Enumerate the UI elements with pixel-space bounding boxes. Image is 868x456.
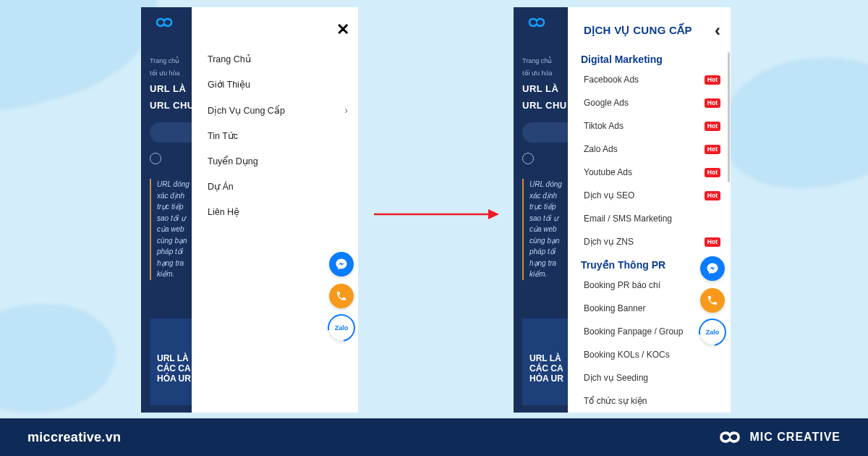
main-menu-list: Trang ChủGiới ThiệuDịch Vụ Cung Cấp›Tin … — [192, 46, 358, 224]
menu-item-label: Tin Tức — [208, 130, 238, 141]
hot-badge: Hot — [705, 122, 720, 131]
service-item-label: Booking PR báo chí — [584, 280, 660, 290]
service-item-label: Booking Fanpage / Group — [584, 326, 683, 337]
service-item-label: Email / SMS Marketing — [584, 214, 672, 224]
main-menu-item[interactable]: Dự Án — [208, 174, 358, 199]
chevron-right-icon: › — [344, 104, 348, 116]
messenger-icon — [706, 262, 719, 275]
brand-logo-icon — [150, 13, 179, 32]
service-item-label: Dịch vụ ZNS — [584, 237, 634, 247]
service-item-label: Tiktok Ads — [584, 121, 624, 131]
phone-icon — [336, 290, 347, 302]
avatar-icon — [522, 153, 534, 164]
phone-main-menu: Trang chủ tối ưu hóa URL LÀ URL CHU URL … — [141, 7, 358, 413]
service-item[interactable]: Tổ chức sự kiện — [581, 389, 720, 413]
menu-item-label: Giới Thiệu — [208, 79, 250, 90]
brand-logo-icon — [522, 13, 551, 32]
zalo-button[interactable]: Zalo — [329, 316, 354, 340]
main-menu-item[interactable]: Tuyển Dụng — [208, 148, 358, 174]
close-icon[interactable]: ✕ — [336, 20, 349, 39]
service-item[interactable]: Youtube AdsHot — [581, 161, 720, 184]
footer-brand: MIC CREATIVE — [717, 428, 841, 447]
hot-badge: Hot — [705, 75, 720, 85]
menu-item-label: Dự Án — [208, 181, 234, 192]
service-item[interactable]: Dịch vụ SEOHot — [581, 184, 720, 207]
service-item[interactable]: Tiktok AdsHot — [581, 114, 720, 138]
service-item[interactable]: Booking KOLs / KOCs — [581, 343, 720, 366]
phone-button[interactable] — [700, 288, 725, 313]
phone-submenu: Trang chủ tối ưu hóa URL LÀ URL CHU URL … — [514, 7, 731, 413]
service-item-label: Tổ chức sự kiện — [584, 396, 647, 406]
footer-bar: miccreative.vn MIC CREATIVE — [0, 418, 868, 456]
footer-brand-label: MIC CREATIVE — [750, 431, 841, 444]
service-item[interactable]: Dịch vụ Seeding — [581, 366, 720, 389]
submenu-title: DỊCH VỤ CUNG CẤP — [584, 24, 692, 37]
menu-item-label: Tuyển Dụng — [208, 156, 258, 166]
stage: Trang chủ tối ưu hóa URL LÀ URL CHU URL … — [0, 0, 868, 418]
messenger-icon — [335, 258, 348, 271]
menu-item-label: Liên Hệ — [208, 206, 239, 217]
zalo-button[interactable]: Zalo — [700, 320, 725, 345]
main-menu-panel: ✕ Trang ChủGiới ThiệuDịch Vụ Cung Cấp›Ti… — [192, 7, 358, 413]
main-menu-item[interactable]: Giới Thiệu — [208, 72, 358, 97]
main-menu-item[interactable]: Dịch Vụ Cung Cấp› — [208, 97, 358, 123]
menu-item-label: Dịch Vụ Cung Cấp — [208, 105, 285, 116]
phone-button[interactable] — [329, 284, 354, 308]
flow-arrow-icon — [373, 206, 499, 223]
main-menu-item[interactable]: Tin Tức — [208, 123, 358, 148]
service-item[interactable]: Zalo AdsHot — [581, 138, 720, 161]
messenger-button[interactable] — [329, 252, 354, 276]
service-item-label: Youtube Ads — [584, 167, 632, 177]
phone-icon — [707, 295, 718, 306]
service-item-label: Dịch vụ SEO — [584, 190, 634, 200]
contact-bubbles: Zalo — [700, 256, 725, 345]
main-menu-item[interactable]: Trang Chủ — [208, 46, 358, 72]
messenger-button[interactable] — [700, 256, 725, 281]
zalo-ring-icon — [323, 309, 358, 347]
submenu-section-heading: Digital Marketing — [581, 48, 720, 68]
service-item-label: Booking KOLs / KOCs — [584, 350, 670, 360]
avatar-icon — [150, 153, 161, 164]
hot-badge: Hot — [705, 237, 720, 247]
menu-item-label: Trang Chủ — [208, 54, 251, 64]
service-item-label: Dịch vụ Seeding — [584, 373, 648, 383]
service-item[interactable]: Google AdsHot — [581, 91, 720, 114]
submenu-panel: DỊCH VỤ CUNG CẤP ‹ Digital MarketingFace… — [568, 7, 731, 413]
hot-badge: Hot — [705, 168, 720, 177]
main-menu-item[interactable]: Liên Hệ — [208, 199, 358, 224]
submenu-body: Digital MarketingFacebook AdsHotGoogle A… — [568, 48, 731, 413]
service-item-label: Zalo Ads — [584, 144, 618, 154]
footer-site-label: miccreative.vn — [27, 430, 121, 445]
hot-badge: Hot — [705, 145, 720, 154]
back-icon[interactable]: ‹ — [715, 20, 720, 41]
service-item-label: Facebook Ads — [584, 75, 639, 85]
service-item[interactable]: Dịch vụ ZNSHot — [581, 230, 720, 253]
svg-marker-1 — [488, 209, 499, 219]
service-item[interactable]: Facebook AdsHot — [581, 68, 720, 91]
service-list: Facebook AdsHotGoogle AdsHotTiktok AdsHo… — [581, 68, 720, 253]
service-item[interactable]: Email / SMS Marketing — [581, 207, 720, 230]
service-item-label: Google Ads — [584, 98, 629, 108]
hot-badge: Hot — [705, 98, 720, 108]
contact-bubbles: Zalo — [329, 252, 354, 340]
service-item-label: Booking Banner — [584, 303, 645, 313]
hot-badge: Hot — [705, 191, 720, 200]
brand-logo-icon — [717, 428, 743, 447]
scrollbar[interactable] — [728, 52, 730, 182]
